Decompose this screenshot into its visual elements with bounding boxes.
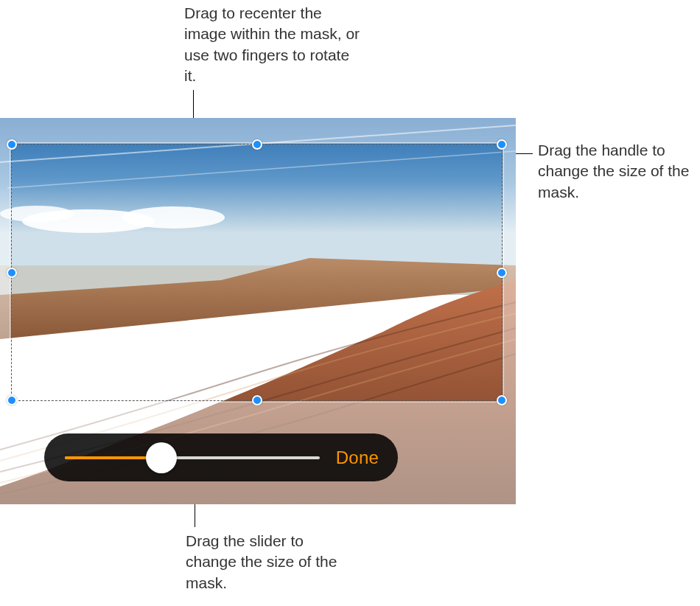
mask-handle-sw[interactable] — [7, 395, 17, 405]
mask-handle-n[interactable] — [252, 139, 262, 150]
mask-size-slider[interactable] — [65, 456, 320, 459]
mask-handle-ne[interactable] — [497, 139, 507, 150]
image-mask-editor[interactable]: Done — [0, 118, 516, 504]
mask-handle-e[interactable] — [497, 268, 507, 278]
mask-handle-w[interactable] — [7, 268, 17, 278]
mask-selection[interactable] — [11, 144, 503, 401]
done-button[interactable]: Done — [336, 447, 379, 468]
slider-thumb[interactable] — [146, 442, 177, 473]
mask-handle-se[interactable] — [497, 395, 507, 405]
mask-handle-s[interactable] — [252, 395, 262, 405]
mask-size-toolbar: Done — [44, 433, 398, 481]
mask-handle-nw[interactable] — [7, 139, 17, 150]
callout-recenter: Drag to recenter the image within the ma… — [184, 3, 361, 86]
callout-handle: Drag the handle to change the size of th… — [538, 140, 693, 203]
callout-slider: Drag the slider to change the size of th… — [186, 531, 355, 593]
